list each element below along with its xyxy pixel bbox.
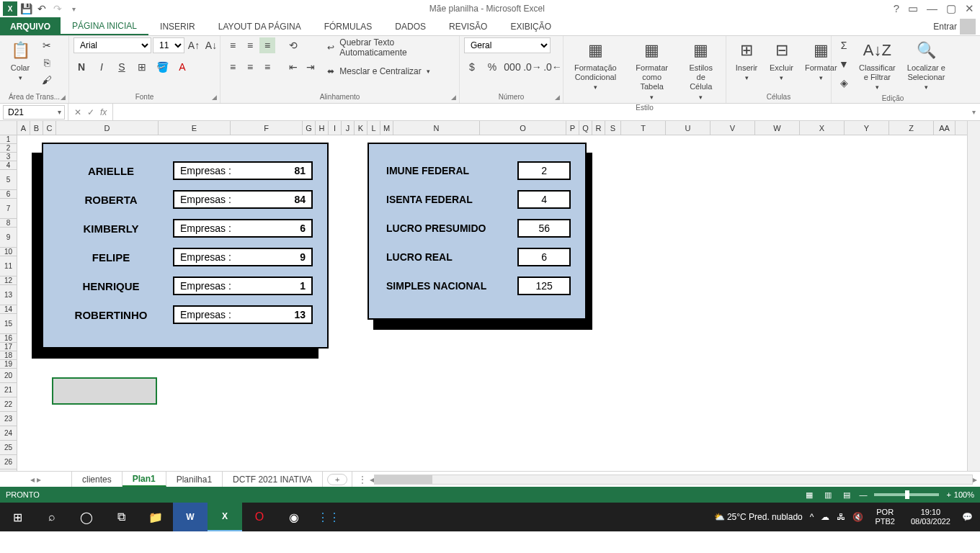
column-header[interactable]: W [755,121,800,135]
find-select-button[interactable]: 🔍Localizar e Selecionar▾ [903,37,950,93]
column-header[interactable]: O [480,121,566,135]
qat-dropdown-icon[interactable]: ▾ [66,1,81,16]
increase-font-icon[interactable]: A↑ [186,37,202,53]
increase-indent-icon[interactable]: ⇥ [303,59,318,75]
column-header[interactable]: S [605,121,621,135]
cell-styles-button[interactable]: ▦Estilos de Célula▾ [680,37,721,102]
row-header[interactable]: 17 [0,343,17,351]
explorer-icon[interactable]: 📁 [138,503,173,531]
decrease-decimal-icon[interactable]: .0← [545,59,561,75]
border-icon[interactable]: ⊞ [134,59,150,75]
percent-icon[interactable]: % [484,59,500,75]
add-sheet-button[interactable]: + [327,474,347,485]
autosum-icon[interactable]: Σ [836,37,852,53]
sort-filter-button[interactable]: A↓ZClassificar e Filtrar▾ [855,37,900,93]
decrease-indent-icon[interactable]: ⇤ [285,59,301,75]
row-header[interactable]: 26 [0,455,17,469]
vertical-scrollbar[interactable] [967,121,980,471]
column-header[interactable]: Z [889,121,934,135]
align-middle-icon[interactable]: ≡ [242,37,258,53]
volume-icon[interactable]: 🔇 [852,512,863,522]
horizontal-scrollbar[interactable]: ⋮ ◂ ▸ [352,472,980,487]
wrap-text-button[interactable]: ↩ Quebrar Texto Automaticamente [327,37,455,58]
tab-home[interactable]: PÁGINA INICIAL [61,17,148,35]
row-header[interactable]: 11 [0,256,17,276]
row-header[interactable]: 22 [0,397,17,412]
row-header[interactable]: 1 [0,135,17,144]
font-color-icon[interactable]: A [174,59,190,75]
column-header[interactable]: H [316,121,329,135]
column-header[interactable]: X [800,121,845,135]
underline-button[interactable]: S [114,59,130,75]
row-header[interactable]: 10 [0,248,17,256]
merge-center-button[interactable]: ⬌ Mesclar e Centralizar ▾ [327,66,455,76]
orientation-icon[interactable]: ⟲ [285,37,301,53]
font-name-select[interactable]: Arial [74,37,151,53]
cancel-formula-icon[interactable]: ✕ [74,107,81,117]
row-header[interactable]: 14 [0,305,17,314]
start-button[interactable]: ⊞ [0,503,35,531]
search-icon[interactable]: ⌕ [35,503,69,531]
undo-icon[interactable]: ↶ [35,1,49,16]
paste-button[interactable]: 📋 Colar ▾ [4,37,36,84]
dialog-launcher-icon[interactable]: ◢ [451,94,456,101]
row-header[interactable]: 19 [0,360,17,369]
column-header[interactable]: C [43,121,56,135]
column-header[interactable]: U [666,121,710,135]
ribbon-options-icon[interactable]: ▭ [908,2,918,15]
format-painter-icon[interactable]: 🖌 [39,72,55,88]
row-header[interactable]: 7 [0,199,17,219]
row-header[interactable]: 9 [0,228,17,248]
network-icon[interactable]: 🖧 [837,512,845,522]
row-header[interactable]: 16 [0,334,17,343]
tab-file[interactable]: ARQUIVO [0,17,61,35]
column-header[interactable]: B [30,121,43,135]
copy-icon[interactable]: ⎘ [39,55,55,71]
row-headers[interactable]: 1234567891011121314151617181920212223242… [0,135,17,471]
cut-icon[interactable]: ✂ [39,37,55,53]
sheet-tab[interactable]: Plan1 [122,472,166,487]
expand-formula-icon[interactable]: ▾ [968,108,980,116]
column-header[interactable]: N [393,121,480,135]
select-all-button[interactable] [0,121,17,135]
font-size-select[interactable]: 11 [153,37,184,53]
decrease-font-icon[interactable]: A↓ [203,37,219,53]
tab-layout[interactable]: LAYOUT DA PÁGINA [207,17,313,35]
save-icon[interactable]: 💾 [19,1,33,16]
tray-chevron-icon[interactable]: ^ [810,512,814,522]
number-format-select[interactable]: Geral [464,37,551,53]
tab-view[interactable]: EXIBIÇÃO [499,17,563,35]
enter-formula-icon[interactable]: ✓ [87,107,94,117]
row-header[interactable]: 25 [0,441,17,455]
fx-icon[interactable]: fx [100,107,107,117]
column-header[interactable]: AA [934,121,956,135]
row-header[interactable]: 6 [0,190,17,199]
fill-color-icon[interactable]: 🪣 [154,59,170,75]
align-top-icon[interactable]: ≡ [225,37,241,53]
column-header[interactable]: D [56,121,159,135]
page-layout-view-icon[interactable]: ▥ [819,488,837,501]
dialog-launcher-icon[interactable]: ◢ [61,94,66,101]
column-header[interactable]: L [368,121,380,135]
column-header[interactable]: R [592,121,605,135]
sheet-tab[interactable]: DCTF 2021 INATIVA [223,472,323,487]
italic-button[interactable]: I [94,59,110,75]
currency-icon[interactable]: $ [464,59,480,75]
zoom-level[interactable]: 100% [954,490,974,499]
formula-input[interactable] [113,105,968,120]
minimize-icon[interactable]: — [927,2,937,15]
tab-review[interactable]: REVISÃO [437,17,499,35]
align-center-icon[interactable]: ≡ [242,59,258,75]
delete-cells-button[interactable]: ⊟Excluir▾ [765,37,798,84]
column-header[interactable]: F [231,121,303,135]
sheet-nav[interactable]: ◂ ▸ [0,472,72,487]
tab-data[interactable]: DADOS [383,17,437,35]
increase-decimal-icon[interactable]: .0→ [525,59,540,75]
row-header[interactable]: 21 [0,383,17,397]
comma-icon[interactable]: 000 [504,59,520,75]
task-view-icon[interactable]: ⧉ [104,503,138,531]
tab-formulas[interactable]: FÓRMULAS [313,17,384,35]
column-header[interactable]: Q [579,121,592,135]
word-icon[interactable]: W [173,503,208,531]
row-header[interactable]: 24 [0,426,17,441]
